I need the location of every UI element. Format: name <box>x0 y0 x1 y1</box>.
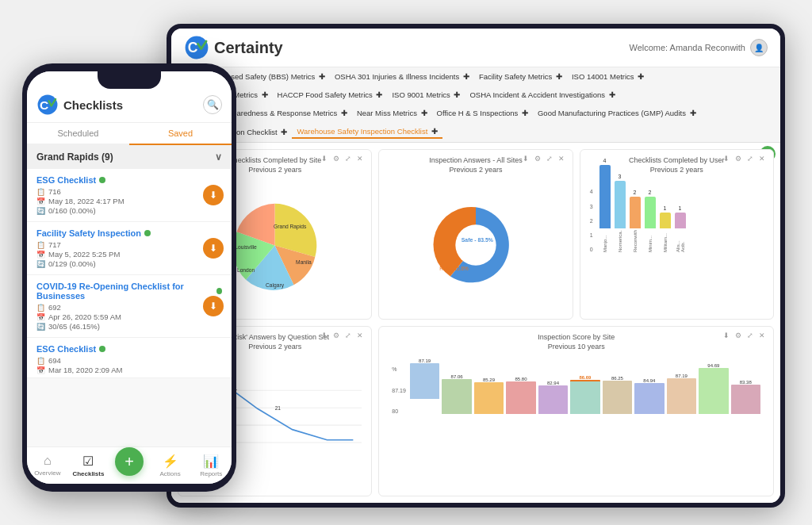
id-icon-3: 📋 <box>36 304 45 312</box>
avatar[interactable]: 👤 <box>750 39 768 56</box>
checklist-meta-2: 📋 717 📅 May 5, 2022 5:25 PM 🔄 0/129 (0.0… <box>36 240 222 268</box>
chart-inspection-score: ⬇ ⚙ ⤢ ✕ Inspection Score by SitePrevious… <box>378 326 774 496</box>
nav-office[interactable]: Office H & S Inspections ✚ <box>432 107 533 119</box>
add-button[interactable]: + <box>115 447 144 476</box>
bar-chart-users: 4 3 2 1 0 4 Ma <box>587 178 767 312</box>
tablet: C Certainty Welcome: Amanda Reconwith 👤 … <box>167 24 785 508</box>
nav-actions[interactable]: ⚡ Actions <box>150 452 191 479</box>
dashboard-grid: ⬇ ⚙ ⤢ ✕ Checklists Completed by SitePrev… <box>171 143 780 503</box>
progress-icon-3: 🔄 <box>36 323 45 331</box>
phone-tabs: Scheduled Saved <box>27 123 232 145</box>
resize-icon[interactable]: ⤢ <box>345 155 354 164</box>
settings-icon-5[interactable]: ⚙ <box>735 331 745 341</box>
download-icon-3[interactable]: ⬇ <box>723 155 733 164</box>
resize-icon-2[interactable]: ⤢ <box>546 155 556 164</box>
welcome-text: Welcome: Amanda Reconwith 👤 <box>629 39 768 56</box>
nav-haccp[interactable]: HACCP Food Safety Metrics ✚ <box>273 89 388 101</box>
download-button[interactable]: ⬇ <box>203 185 224 205</box>
nav-reports[interactable]: 📊 Reports <box>190 452 232 479</box>
checklist-title-2[interactable]: Facility Safety Inspection <box>36 228 222 238</box>
nav-osha-incident[interactable]: OSHA Incident & Accident Investigations … <box>465 89 619 101</box>
chart-icons-4: ⬇ ⚙ ⤢ ✕ <box>321 331 366 341</box>
chart-title-5: Inspection Score by SitePrevious 10 year… <box>385 333 767 351</box>
nav-facility[interactable]: Facility Safety Metrics ✚ <box>474 71 567 82</box>
svg-text:Safe - 83.5%: Safe - 83.5% <box>462 238 493 243</box>
phone-notch <box>98 71 161 89</box>
chart-checklists-by-user: ⬇ ⚙ ⤢ ✕ Checklists Completed by UserPrev… <box>580 149 774 320</box>
score-chart-area: % 87.19 80 87.19 <box>385 354 767 489</box>
progress-icon: 🔄 <box>36 207 45 215</box>
phone: C Checklists 🔍 Scheduled Saved Grand Rap… <box>22 63 236 492</box>
download-icon[interactable]: ⬇ <box>321 155 331 164</box>
settings-icon-4[interactable]: ⚙ <box>333 331 343 341</box>
nav-osha301[interactable]: OSHA 301 Injuries & Illness Incidents ✚ <box>330 71 474 82</box>
status-dot-3 <box>216 288 222 294</box>
calendar-icon: 📅 <box>36 197 45 205</box>
nav-warehouse[interactable]: Warehouse Safety Inspection Checklist ✚ <box>292 125 442 139</box>
certainty-logo-icon: C <box>184 35 209 60</box>
pie-chart-svg: Grand Rapids Manila Calgary London Louis… <box>229 200 320 291</box>
nav-nearmiss[interactable]: Near Miss Metrics ✚ <box>352 107 432 119</box>
search-button[interactable]: 🔍 <box>203 95 222 114</box>
svg-text:Louisville: Louisville <box>235 244 257 250</box>
checklist-meta-4: 📋 694 📅 Mar 18, 2020 2:09 AM <box>36 356 222 374</box>
settings-icon[interactable]: ⚙ <box>333 155 343 164</box>
close-icon-4[interactable]: ✕ <box>357 331 366 341</box>
list-item: COVID-19 Re-Opening Checklist for Busine… <box>27 275 232 338</box>
download-icon-2[interactable]: ⬇ <box>523 155 532 164</box>
download-button-3[interactable]: ⬇ <box>203 296 224 316</box>
download-button-2[interactable]: ⬇ <box>203 238 224 259</box>
nav-iso14001[interactable]: ISO 14001 Metrics ✚ <box>567 71 649 82</box>
close-icon-5[interactable]: ✕ <box>759 331 768 341</box>
progress-icon-2: 🔄 <box>36 260 45 268</box>
tablet-nav: Behavioral Based Safety (BBS) Metrics ✚ … <box>171 67 780 143</box>
nav-overview[interactable]: ⌂ Overview <box>27 452 68 479</box>
checklist-title-4[interactable]: ESG Checklist <box>36 344 222 354</box>
svg-text:C: C <box>188 40 198 56</box>
svg-text:London: London <box>237 267 255 273</box>
settings-icon-3[interactable]: ⚙ <box>735 155 745 164</box>
checklist-title-3[interactable]: COVID-19 Re-Opening Checklist for Busine… <box>36 282 222 301</box>
checklist-meta: 📋 716 📅 May 18, 2022 4:17 PM 🔄 0/160 (0.… <box>36 187 222 215</box>
status-dot-4 <box>99 346 105 352</box>
svg-text:Calgary: Calgary <box>266 282 285 289</box>
list-item: Facility Safety Inspection 📋 717 📅 May 5… <box>27 222 232 275</box>
tablet-header: C Certainty Welcome: Amanda Reconwith 👤 <box>171 29 780 67</box>
tablet-logo: C Certainty <box>184 35 283 60</box>
chart-icons-3: ⬇ ⚙ ⤢ ✕ <box>723 155 768 164</box>
nav-iso9001[interactable]: ISO 9001 Metrics ✚ <box>387 89 465 101</box>
nav-row-4: Vehicle Inspection Checklist ✚ Warehouse… <box>179 122 772 142</box>
nav-row-1: Behavioral Based Safety (BBS) Metrics ✚ … <box>179 67 772 86</box>
tab-saved[interactable]: Saved <box>129 123 232 145</box>
resize-icon-5[interactable]: ⤢ <box>747 331 756 341</box>
app-name: Certainty <box>214 39 283 57</box>
status-dot <box>99 177 105 183</box>
resize-icon-4[interactable]: ⤢ <box>345 331 354 341</box>
download-icon-5[interactable]: ⬇ <box>723 331 733 341</box>
bottom-nav: ⌂ Overview ☑ Checklists + ⚡ Actions 📊 Re… <box>27 446 232 484</box>
close-icon-2[interactable]: ✕ <box>558 155 568 164</box>
svg-text:21: 21 <box>275 406 282 412</box>
chart-icons-2: ⬇ ⚙ ⤢ ✕ <box>523 155 568 164</box>
phone-checklist: Grand Rapids (9) ∨ ESG Checklist 📋 716 📅 <box>27 145 232 446</box>
settings-icon-2[interactable]: ⚙ <box>534 155 544 164</box>
home-icon: ⌂ <box>44 454 52 468</box>
calendar-icon-2: 📅 <box>36 251 45 259</box>
nav-gmp[interactable]: Good Manufacturing Practices (GMP) Audit… <box>533 107 701 119</box>
tab-scheduled[interactable]: Scheduled <box>27 123 129 144</box>
checklist-title[interactable]: ESG Checklist <box>36 175 222 185</box>
chevron-down-icon: ∨ <box>215 151 222 163</box>
group-name: Grand Rapids (9) <box>36 151 113 163</box>
id-icon: 📋 <box>36 188 45 196</box>
resize-icon-3[interactable]: ⤢ <box>747 155 756 164</box>
list-item: ESG Checklist 📋 716 📅 May 18, 2022 4:17 … <box>27 169 232 222</box>
group-header[interactable]: Grand Rapids (9) ∨ <box>27 145 232 169</box>
close-icon-3[interactable]: ✕ <box>759 155 768 164</box>
download-icon-4[interactable]: ⬇ <box>321 331 331 341</box>
phone-logo-icon: C <box>36 94 59 116</box>
close-icon[interactable]: ✕ <box>357 155 366 164</box>
checklist-icon: ☑ <box>82 454 94 469</box>
nav-checklists[interactable]: ☑ Checklists <box>68 452 109 479</box>
nav-add[interactable]: + <box>109 452 150 479</box>
id-icon-2: 📋 <box>36 241 45 249</box>
